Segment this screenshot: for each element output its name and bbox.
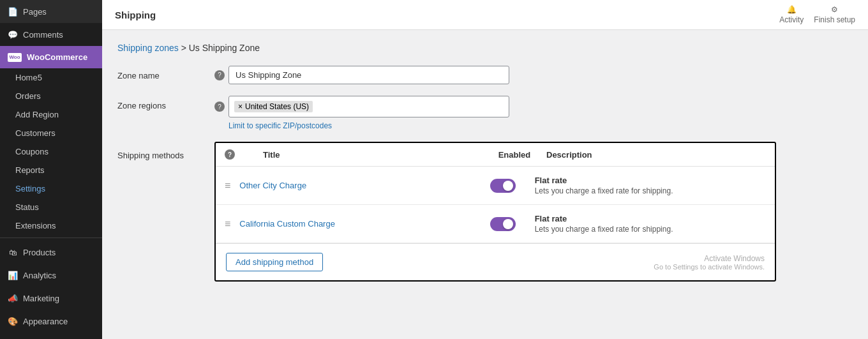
status-label: Status [15,202,39,212]
sidebar-item-marketing[interactable]: 📣 Marketing [0,287,102,310]
comments-icon: 💬 [8,29,18,40]
zone-regions-label: Zone regions [117,96,207,110]
method-desc-1: Flat rate Lets you charge a fixed rate f… [535,214,766,234]
col-title-header: Title [244,150,483,160]
sidebar-item-orders[interactable]: Orders [0,87,102,105]
sidebar-item-add-region[interactable]: Add Region [0,105,102,124]
shipping-methods-container: ? Title Enabled Description ≡ Other City… [214,142,776,282]
woocommerce-label: WooCommerce [27,52,87,62]
zone-name-help-icon[interactable]: ? [214,70,225,80]
method-desc-text-1: Lets you charge a fixed rate for shippin… [535,225,766,234]
sidebar-item-customers[interactable]: Customers [0,124,102,142]
drag-handle-0[interactable]: ≡ [225,180,230,192]
header-help: ? [225,149,244,160]
page-title: Shipping [115,10,156,20]
appearance-label: Appearance [23,317,68,326]
zone-regions-input[interactable]: × United States (US) [228,96,509,117]
breadcrumb-link[interactable]: Shipping zones [117,43,179,53]
home-badge: 5 [38,73,42,82]
col-desc-header: Description [546,150,766,160]
sidebar-item-extensions[interactable]: Extensions [0,216,102,235]
main-content: Shipping 🔔 Activity ⚙ Finish setup Shipp… [102,0,868,339]
sidebar-item-coupons[interactable]: Coupons [0,142,102,161]
add-region-label: Add Region [15,110,59,119]
method-desc-0: Flat rate Lets you charge a fixed rate f… [535,176,766,195]
topbar: Shipping 🔔 Activity ⚙ Finish setup [102,0,868,30]
method-toggle-0[interactable] [490,179,516,193]
breadcrumb-separator: > [181,43,186,53]
breadcrumb-current: Us Shipping Zone [189,43,260,53]
woo-logo: Woo [8,53,22,62]
activate-windows-title: Activate Windows [654,254,765,263]
sidebar-item-appearance[interactable]: 🎨 Appearance [0,310,102,333]
method-enabled-0 [471,179,535,193]
page-content: Shipping zones > Us Shipping Zone Zone n… [102,30,868,301]
method-toggle-1[interactable] [490,217,516,231]
region-tag: × United States (US) [234,101,313,112]
methods-header: ? Title Enabled Description [216,143,775,167]
appearance-icon: 🎨 [8,316,18,326]
zone-regions-row: Zone regions ? × United States (US) Limi… [117,96,853,130]
add-shipping-method-button[interactable]: Add shipping method [226,253,323,271]
orders-label: Orders [15,91,41,101]
region-tag-label: United States (US) [245,102,309,111]
sidebar-label-pages: Pages [23,7,47,17]
method-row-0: ≡ Other City Charge Flat rate Lets you c… [216,167,775,205]
analytics-label: Analytics [23,271,56,280]
activate-windows: Activate Windows Go to Settings to activ… [654,254,765,271]
col-enabled-header: Enabled [483,150,546,160]
marketing-label: Marketing [23,294,59,303]
method-title-0[interactable]: Other City Charge [239,181,470,190]
method-row-1: ≡ California Custom Charge Flat rate Let… [216,205,775,243]
method-desc-title-1: Flat rate [535,214,766,223]
finish-setup-label: Finish setup [814,15,855,24]
zone-name-label: Zone name [117,66,207,80]
extensions-label: Extensions [15,221,56,230]
activity-button[interactable]: 🔔 Activity [779,5,804,24]
coupons-label: Coupons [15,147,49,156]
methods-help-icon[interactable]: ? [225,149,235,160]
method-title-1[interactable]: California Custom Charge [239,219,470,229]
zone-regions-help-icon[interactable]: ? [214,102,225,112]
marketing-icon: 📣 [8,293,18,303]
finish-setup-icon: ⚙ [831,5,838,14]
topbar-actions: 🔔 Activity ⚙ Finish setup [779,5,855,24]
toggle-slider-1 [490,217,516,231]
zone-name-field-row: ? [214,66,509,84]
sidebar: 📄 Pages 💬 Comments Woo WooCommerce Home … [0,0,102,339]
settings-label: Settings [15,184,45,193]
sidebar-divider [0,237,102,238]
region-tag-x: × [238,102,243,111]
customers-label: Customers [15,128,56,138]
products-icon: 🛍 [8,247,18,257]
reports-label: Reports [15,165,45,175]
limit-zip-link[interactable]: Limit to specific ZIP/postcodes [228,121,853,130]
toggle-slider-0 [490,179,516,193]
activity-label: Activity [779,15,804,24]
sidebar-item-settings[interactable]: Settings [0,179,102,198]
zone-name-row: Zone name ? [117,66,853,84]
pages-icon: 📄 [8,6,18,17]
sidebar-item-analytics[interactable]: 📊 Analytics [0,264,102,287]
zone-name-input[interactable] [228,66,509,84]
home-label: Home [15,73,38,82]
method-desc-title-0: Flat rate [535,176,766,185]
finish-setup-button[interactable]: ⚙ Finish setup [814,5,855,24]
shipping-methods-row: Shipping methods ? Title Enabled Descrip… [117,142,853,282]
products-label: Products [23,248,56,257]
breadcrumb: Shipping zones > Us Shipping Zone [117,43,853,53]
sidebar-item-pages[interactable]: 📄 Pages [0,0,102,23]
zone-regions-field-row: ? × United States (US) [214,96,853,117]
sidebar-item-reports[interactable]: Reports [0,161,102,179]
analytics-icon: 📊 [8,270,18,280]
sidebar-item-comments[interactable]: 💬 Comments [0,23,102,46]
sidebar-item-products[interactable]: 🛍 Products [0,241,102,264]
woocommerce-menu-header[interactable]: Woo WooCommerce [0,46,102,68]
sidebar-item-status[interactable]: Status [0,198,102,216]
method-enabled-1 [471,217,535,231]
activity-icon: 🔔 [787,5,797,14]
zone-regions-field: ? × United States (US) Limit to specific… [214,96,853,130]
sidebar-item-home[interactable]: Home 5 [0,68,102,87]
drag-handle-1[interactable]: ≡ [225,218,230,230]
methods-footer: Add shipping method Activate Windows Go … [216,243,775,280]
